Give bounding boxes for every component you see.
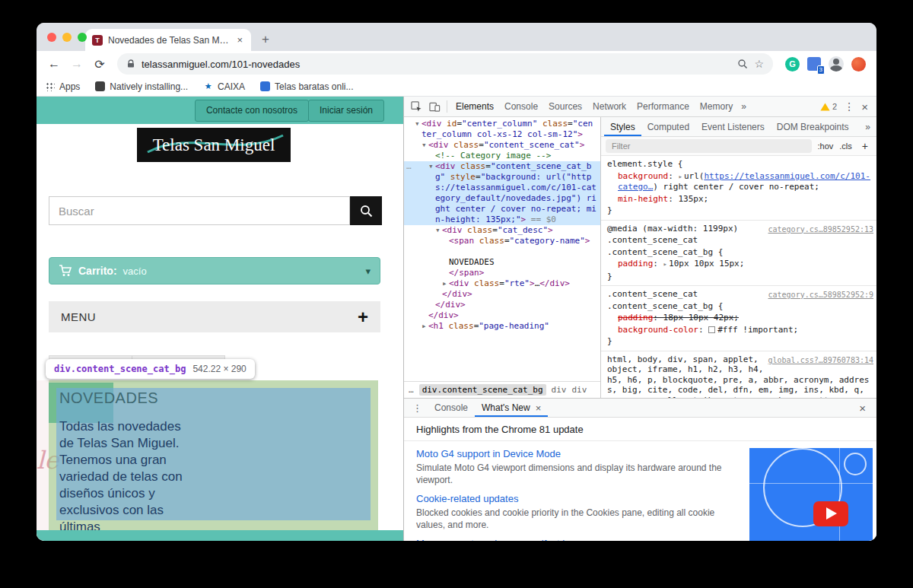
disclosure-arrow-icon[interactable]: ▸ [422,321,428,332]
style-source-link[interactable]: global.css?…89760783:14 [768,355,873,366]
window-minimize-button[interactable] [62,33,72,42]
dom-tree-line[interactable]: NOVEDADES [404,257,600,268]
styles-subtab-dom-breakpoints[interactable]: DOM Breakpoints [771,118,855,136]
style-row[interactable]: padding: ▸10px 10px 15px; [601,258,876,271]
color-swatch[interactable] [708,326,715,333]
browser-tab[interactable]: Novedades de Telas San Miguel × [85,29,251,51]
cart-status: vacío [123,265,147,277]
cls-toggle[interactable]: .cls [839,141,852,151]
drawer-tab-console[interactable]: Console [428,399,475,417]
zoom-icon[interactable] [737,59,748,69]
style-row[interactable]: } [601,205,876,217]
dom-tree-line[interactable]: <!-- Category image --> [404,151,600,161]
menu-expand-button[interactable]: + [358,307,368,328]
disclosure-arrow-icon[interactable]: ▾ [435,225,442,236]
window-close-button[interactable] [47,33,56,42]
dom-breadcrumb[interactable]: … [409,385,414,395]
devtools-menu-icon[interactable]: ⋮ [844,100,854,113]
contact-button[interactable]: Contacte con nosotros [195,100,309,122]
devtools-close-icon[interactable]: × [861,100,868,113]
style-row[interactable]: background-color: #fff !important; [601,324,876,336]
site-logo[interactable]: Telas San Miguel [137,128,291,162]
dom-breadcrumb[interactable]: div [552,385,567,395]
disclosure-arrow-icon[interactable]: ▸ [442,278,449,289]
style-row[interactable]: .content_scene_cat [601,234,876,246]
dom-tree-line[interactable]: <span class="category-name"> [404,236,600,246]
dom-tree-line[interactable] [404,246,600,257]
tab-close-icon[interactable]: × [235,34,244,46]
style-row[interactable]: .content_scene_cat_bg { [601,300,876,313]
bookmark-item[interactable]: Natively installing... [95,81,188,92]
ellipsis-gutter-icon[interactable]: … [406,161,412,172]
devtools-tab-elements[interactable]: Elements [450,97,499,116]
extension-icon-orange[interactable] [851,57,866,72]
bookmark-star-icon[interactable]: ☆ [754,58,764,70]
drawer-tab-close-icon[interactable]: × [536,402,542,414]
dom-tree-line[interactable]: </span> [404,268,600,278]
styles-subtab-event-listeners[interactable]: Event Listeners [695,118,771,136]
devtools-tab-console[interactable]: Console [499,97,543,116]
styles-subtab-styles[interactable]: Styles [604,118,641,136]
window-zoom-button[interactable] [78,33,87,42]
disclosure-arrow-icon[interactable]: ▾ [415,119,422,129]
dom-tree-line[interactable]: …▾<div class="content_scene_cat_bg" styl… [404,161,600,225]
devtools-tab-sources[interactable]: Sources [543,97,587,116]
login-button[interactable]: Iniciar sesión [308,100,384,122]
apps-shortcut[interactable]: Apps [46,81,80,92]
profile-avatar[interactable] [829,56,844,72]
search-input[interactable]: Buscar [49,196,350,225]
bookmark-item[interactable]: Telas baratas onli... [260,81,353,92]
back-button[interactable]: ← [44,54,64,74]
dom-tree-line[interactable]: ▾<div class="content_scene_cat"> [404,140,600,151]
styles-subtabs-more[interactable]: » [859,122,876,132]
devtools-main: ▾<div id="center_column" class="center_c… [404,117,876,398]
dom-tree-line[interactable]: ▾<div class="cat_desc"> [404,225,600,236]
device-toolbar-icon[interactable] [425,97,444,116]
dom-tree-line[interactable]: ▾<div id="center_column" class="center_c… [404,119,600,140]
devtools-tab-network[interactable]: Network [587,97,631,116]
dom-tree-line[interactable]: </div> [404,310,600,321]
inspect-element-icon[interactable] [407,97,425,116]
dom-tree-line[interactable]: </div> [404,289,600,300]
drawer-tab-what-s-new[interactable]: What's New× [475,399,548,417]
style-row[interactable]: .content_scene_cat_bg { [601,246,876,259]
new-tab-button[interactable]: + [256,30,275,49]
disclosure-arrow-icon[interactable]: ▾ [428,161,435,172]
drawer-close-icon[interactable]: × [853,402,872,415]
disclosure-arrow-icon[interactable]: ▾ [422,140,428,151]
new-style-rule-button[interactable]: + [862,140,868,152]
drawer-menu-icon[interactable]: ⋮ [409,402,426,414]
styles-subtab-computed[interactable]: Computed [641,118,695,136]
style-source-link[interactable]: category.cs…89852952:13 [768,224,873,235]
menu-bar[interactable]: MENU + [49,301,380,332]
dom-tree-line[interactable]: ▸<h1 class="page-heading" [404,321,600,332]
style-row[interactable]: padding: 18px 10px 42px; [601,312,876,324]
style-source-link[interactable]: category.cs…589852952:9 [768,290,873,300]
style-row[interactable]: } [601,271,876,283]
warning-badge[interactable]: 2 [820,102,837,111]
cart-dropdown[interactable]: Carrito: vacío ▾ [49,257,380,284]
category-name: NOVEDADES [59,389,158,407]
style-row[interactable]: min-height: 135px; [601,193,876,205]
address-bar[interactable]: telassanmiguel.com/101-novedades ☆ [117,53,773,75]
video-thumbnail[interactable] [749,448,873,541]
dom-tree-line[interactable]: ▸<div class="rte">…</div> [404,278,600,289]
dom-breadcrumb[interactable]: div [571,385,587,395]
extension-icon[interactable]: 3 [807,57,821,71]
apps-label: Apps [59,81,80,92]
bookmark-item[interactable]: CAIXA [203,81,245,92]
devtools-more-tabs[interactable]: » [738,101,749,112]
search-button[interactable] [350,196,382,225]
style-row[interactable]: element.style { [601,158,876,170]
dom-tree-line[interactable]: </div> [404,300,600,310]
style-row[interactable]: } [601,335,876,348]
grammarly-extension-icon[interactable] [785,57,800,72]
devtools-tab-memory[interactable]: Memory [695,97,738,116]
devtools-tab-performance[interactable]: Performance [631,97,695,116]
filter-input[interactable]: Filter [606,139,812,153]
youtube-play-icon[interactable] [813,501,848,526]
dom-breadcrumb[interactable]: div.content_scene_cat_bg [419,384,546,396]
style-row[interactable]: background: ▸url(https://telassanmiguel.… [601,170,876,193]
reload-button[interactable]: ⟳ [90,54,110,74]
hov-toggle[interactable]: :hov [818,141,834,151]
